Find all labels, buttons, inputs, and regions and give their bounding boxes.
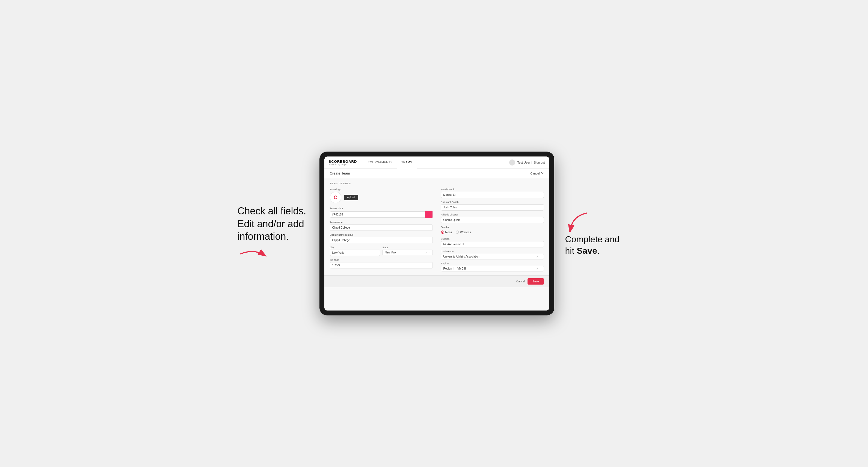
user-avatar [509,159,515,165]
conference-arrow-icon: ⌄ [539,255,541,258]
state-value: New York [385,251,425,254]
division-select[interactable]: NCAA Division III [441,241,544,247]
head-coach-group: Head Coach [441,188,544,198]
tablet-screen: SCOREBOARD Powered by clippd TOURNAMENTS… [324,156,549,311]
team-colour-label: Team colour [330,207,433,210]
navbar-right: Test User | Sign out [509,159,545,165]
assistant-coach-group: Assistant Coach [441,201,544,211]
team-name-label: Team name [330,221,433,224]
nav-links: TOURNAMENTS TEAMS [364,156,417,168]
conference-label: Conference [441,250,544,253]
conference-select-wrap[interactable]: University Athletic Association ✕ ⌄ [441,254,544,259]
display-name-label: Display name (unique) [330,234,433,236]
cancel-button[interactable]: Cancel [516,280,525,283]
gender-mens-radio[interactable] [441,230,444,234]
region-arrow-icon: ⌄ [539,268,541,270]
zip-group: Zip code [330,259,433,269]
assistant-coach-label: Assistant Coach [441,201,544,204]
assistant-coach-input[interactable] [441,204,544,211]
section-label: TEAM DETAILS [330,182,544,185]
nav-teams[interactable]: TEAMS [397,156,417,168]
zip-input[interactable] [330,262,433,269]
colour-input-wrap [330,211,433,218]
left-arrow-icon [238,246,270,262]
athletic-director-input[interactable] [441,217,544,223]
main-content: Create Team Cancel ✕ TEAM DETAILS [324,168,549,311]
city-group: City [330,246,380,256]
city-input[interactable] [330,250,380,256]
zip-label: Zip code [330,259,433,261]
team-logo-group: Team logo C Upload [330,188,433,204]
state-group: State New York ✕ ⌄ [382,246,433,256]
upload-button[interactable]: Upload [344,195,359,200]
team-name-input[interactable] [330,224,433,231]
state-select-wrap[interactable]: New York ✕ ⌄ [382,250,433,255]
form-section: TEAM DETAILS Team logo C [324,178,549,275]
region-label: Region [441,262,544,265]
team-colour-group: Team colour [330,207,433,218]
save-button[interactable]: Save [528,278,544,285]
form-grid: Team logo C Upload Team colo [330,188,544,272]
gender-mens-label: Mens [445,231,452,234]
state-arrow-icon: ⌄ [428,251,430,254]
page-header: Create Team Cancel ✕ [324,168,549,178]
head-coach-input[interactable] [441,192,544,198]
state-label: State [382,246,433,249]
tablet-frame: SCOREBOARD Powered by clippd TOURNAMENTS… [319,152,554,315]
conference-value: University Athletic Association [443,255,536,258]
cancel-top-label: Cancel [530,172,539,175]
colour-swatch[interactable] [425,211,433,218]
colour-input[interactable] [330,211,425,218]
city-label: City [330,246,380,249]
right-annotation-save: Save [577,246,597,256]
state-clear-icon[interactable]: ✕ [425,251,427,254]
conference-clear-icon[interactable]: ✕ [536,255,538,258]
form-right: Head Coach Assistant Coach Athletic Dire… [441,188,544,272]
annotation-line2: Edit and/or add information. [238,218,304,242]
brand: SCOREBOARD Powered by clippd [329,159,357,165]
athletic-director-group: Athletic Director [441,213,544,223]
left-annotation: Check all fields. Edit and/or add inform… [238,205,309,262]
logo-upload-area: C Upload [330,192,433,203]
brand-sub: Powered by clippd [329,164,357,165]
gender-womens-radio[interactable] [456,230,459,234]
division-label: Division [441,238,544,240]
gender-womens-label: Womens [460,231,471,234]
region-value: Region II - (M) DIII [443,267,536,270]
form-footer: Cancel Save [324,275,549,287]
display-name-group: Display name (unique) [330,234,433,243]
conference-group: Conference University Athletic Associati… [441,250,544,259]
team-name-group: Team name [330,221,433,231]
page-title: Create Team [330,171,350,175]
logo-circle: C [330,192,341,203]
region-clear-icon[interactable]: ✕ [536,268,538,270]
cancel-x-icon: ✕ [541,171,544,175]
navbar: SCOREBOARD Powered by clippd TOURNAMENTS… [324,156,549,168]
city-state-row: City State New York ✕ ⌄ [330,246,433,256]
region-group: Region Region II - (M) DIII ✕ ⌄ [441,262,544,272]
right-annotation: Complete and hit Save. [565,210,631,256]
right-arrow-icon [565,210,592,232]
division-group: Division NCAA Division III ⌄ [441,238,544,247]
division-select-wrap: NCAA Division III ⌄ [441,241,544,247]
team-logo-label: Team logo [330,188,433,191]
logo-letter: C [334,195,337,200]
nav-tournaments[interactable]: TOURNAMENTS [364,156,397,168]
gender-group: Gender Mens Womens [441,226,544,235]
right-annotation-text3: . [597,246,599,256]
gender-womens-option[interactable]: Womens [456,230,471,234]
display-name-input[interactable] [330,237,433,243]
athletic-director-label: Athletic Director [441,213,544,216]
gender-mens-option[interactable]: Mens [441,230,452,234]
city-state-group: City State New York ✕ ⌄ [330,246,433,256]
form-left: Team logo C Upload Team colo [330,188,433,272]
sign-out-link[interactable]: Sign out [534,161,545,164]
annotation-line1: Check all fields. [238,206,306,217]
user-name: Test User | [518,161,532,164]
gender-label: Gender [441,226,544,228]
cancel-top-button[interactable]: Cancel ✕ [530,171,544,175]
brand-name: SCOREBOARD [329,159,357,164]
head-coach-label: Head Coach [441,188,544,191]
region-select-wrap[interactable]: Region II - (M) DIII ✕ ⌄ [441,266,544,272]
gender-radio-group: Mens Womens [441,229,544,235]
